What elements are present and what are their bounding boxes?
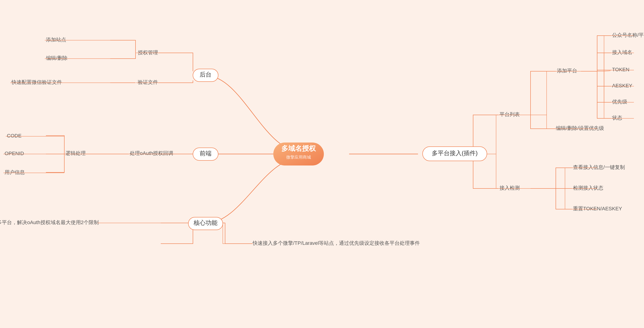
center-subtitle: 微擎应用商城 <box>286 155 311 160</box>
add-platform-label: 添加平台 <box>557 68 577 74</box>
priority-label: 优先级 <box>612 99 627 105</box>
frontend-node: 前端 <box>200 150 212 157</box>
code-label: CODE <box>7 133 22 139</box>
backend-node: 后台 <box>200 71 212 78</box>
reset-token-label: 重置TOKEN/AESKEY <box>573 206 622 211</box>
platform-list-label: 平台列表 <box>500 112 520 117</box>
access-domain-label: 接入域名 <box>612 50 632 55</box>
view-access-info-label: 查看接入信息/一键复制 <box>573 164 625 170</box>
multiplatform-node: 多平台接入(插件) <box>432 150 478 157</box>
edit-priority-label: 编辑/删除/设置优先级 <box>556 125 604 131</box>
logic-process-label: 逻辑处理 <box>66 150 86 156</box>
platform-name-label: 公众号名称/平台名称 <box>612 32 644 38</box>
openid-label: OPENID <box>4 151 24 156</box>
handle-oauth-label: 处理oAuth授权回调 <box>130 150 174 156</box>
center-title: 多域名授权 <box>281 145 316 152</box>
user-info-label: 用户信息 <box>4 169 25 175</box>
auth-mgmt-label: 授权管理 <box>138 50 158 55</box>
token-label: TOKEN <box>612 67 629 72</box>
access-test-label: 接入检测 <box>500 185 520 191</box>
edit-delete-backend-label: 编辑/删除 <box>46 55 68 61</box>
add-site-label: 添加站点 <box>46 37 66 43</box>
quick-config-label: 快速配置微信验证文件 <box>11 79 62 85</box>
core-left-label: 扩展使用多平台，解决oAuth授权域名最大使用2个限制 <box>0 219 99 225</box>
aeskey-label: AESKEY <box>612 83 632 89</box>
check-access-status-label: 检测接入状态 <box>573 185 603 191</box>
status-label: 状态 <box>612 115 622 121</box>
verify-file-label: 验证文件 <box>138 79 158 85</box>
core-right-label: 快速接入多个微擎/TP/Laravel等站点，通过优先级设定接收各平台处理事件 <box>252 240 420 246</box>
core-node: 核心功能 <box>194 219 218 226</box>
